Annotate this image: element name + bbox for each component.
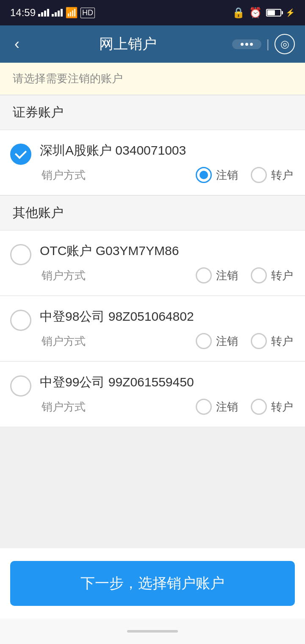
nav-divider: |: [266, 37, 269, 51]
method-transfer-sz-a[interactable]: 转户: [251, 167, 293, 183]
bottom-nav: [0, 619, 305, 644]
account-row-otc: OTC账户 G03YM7YM86 销户方式 注销 转户: [0, 230, 305, 295]
account-name-zhongdeng98: 中登98公司 98Z051064802: [40, 308, 295, 325]
method-transfer-zhongdeng98[interactable]: 转户: [251, 333, 293, 349]
warning-text: 请选择需要注销的账户: [13, 72, 123, 85]
cancel-label-sz-a: 注销: [216, 168, 238, 183]
signal-bars-2: [52, 9, 63, 17]
status-left: 14:59 📶 HD: [10, 7, 95, 19]
method-row-otc: 销户方式 注销 转户: [40, 267, 295, 283]
signal-bars-1: [38, 9, 49, 17]
account-card-otc: OTC账户 G03YM7YM86 销户方式 注销 转户: [0, 230, 305, 296]
charge-icon: ⚡: [286, 8, 295, 17]
cancel-label-zhongdeng99: 注销: [216, 400, 238, 414]
menu-button[interactable]: [232, 39, 261, 49]
status-bar: 14:59 📶 HD 🔒 ⏰ ⚡: [0, 0, 305, 25]
cancel-label-otc: 注销: [216, 268, 238, 283]
select-otc[interactable]: [10, 244, 31, 265]
radio-cancel-zhongdeng99[interactable]: [196, 399, 212, 415]
method-cancel-sz-a[interactable]: 注销: [196, 167, 238, 183]
account-name-sz-a: 深圳A股账户 0340071003: [40, 142, 295, 158]
radio-cancel-otc[interactable]: [196, 267, 212, 283]
camera-button[interactable]: ◎: [274, 34, 295, 54]
status-right: 🔒 ⏰ ⚡: [232, 7, 295, 19]
time: 14:59: [10, 7, 36, 19]
account-info-otc: OTC账户 G03YM7YM86 销户方式 注销 转户: [40, 242, 295, 283]
method-options-sz-a: 注销 转户: [196, 167, 293, 183]
section-header-securities: 证券账户: [0, 95, 305, 130]
radio-zhongdeng99[interactable]: [10, 375, 31, 397]
radio-transfer-zhongdeng98[interactable]: [251, 333, 267, 349]
radio-transfer-zhongdeng99[interactable]: [251, 399, 267, 415]
method-label-otc: 销户方式: [42, 268, 97, 283]
transfer-label-zhongdeng99: 转户: [271, 400, 293, 414]
radio-otc[interactable]: [10, 244, 31, 265]
select-zhongdeng98[interactable]: [10, 310, 31, 331]
transfer-label-sz-a: 转户: [271, 168, 293, 183]
method-options-zhongdeng99: 注销 转户: [196, 399, 293, 415]
account-name-otc: OTC账户 G03YM7YM86: [40, 242, 295, 259]
radio-zhongdeng98[interactable]: [10, 310, 31, 331]
method-row-zhongdeng99: 销户方式 注销 转户: [40, 399, 295, 415]
method-label-sz-a: 销户方式: [42, 168, 97, 183]
select-zhongdeng99[interactable]: [10, 375, 31, 397]
camera-icon: ◎: [280, 38, 289, 50]
bottom-indicator: [127, 630, 178, 633]
section-label-securities: 证券账户: [13, 105, 64, 119]
method-cancel-zhongdeng99[interactable]: 注销: [196, 399, 238, 415]
method-cancel-otc[interactable]: 注销: [196, 267, 238, 283]
radio-sz-a[interactable]: [10, 144, 31, 165]
method-cancel-zhongdeng98[interactable]: 注销: [196, 333, 238, 349]
account-card-zhongdeng99: 中登99公司 99Z061559450 销户方式 注销 转户: [0, 362, 305, 427]
account-info-zhongdeng99: 中登99公司 99Z061559450 销户方式 注销 转户: [40, 374, 295, 415]
account-row-sz-a: 深圳A股账户 0340071003 销户方式 注销 转户: [0, 130, 305, 195]
section-header-other: 其他账户: [0, 195, 305, 230]
method-row-zhongdeng98: 销户方式 注销 转户: [40, 333, 295, 349]
section-label-other: 其他账户: [13, 205, 64, 219]
account-info-zhongdeng98: 中登98公司 98Z051064802 销户方式 注销 转户: [40, 308, 295, 349]
method-transfer-otc[interactable]: 转户: [251, 267, 293, 283]
account-name-zhongdeng99: 中登99公司 99Z061559450: [40, 374, 295, 390]
cancel-label-zhongdeng98: 注销: [216, 334, 238, 349]
spacer: [0, 427, 305, 512]
warning-banner: 请选择需要注销的账户: [0, 63, 305, 95]
method-options-otc: 注销 转户: [196, 267, 293, 283]
nav-bar: ‹ 网上销户 | ◎: [0, 25, 305, 63]
method-row-sz-a: 销户方式 注销 转户: [40, 167, 295, 183]
account-card-zhongdeng98: 中登98公司 98Z051064802 销户方式 注销 转户: [0, 296, 305, 361]
radio-transfer-otc[interactable]: [251, 267, 267, 283]
account-row-zhongdeng98: 中登98公司 98Z051064802 销户方式 注销 转户: [0, 296, 305, 361]
method-transfer-zhongdeng99[interactable]: 转户: [251, 399, 293, 415]
method-options-zhongdeng98: 注销 转户: [196, 333, 293, 349]
hd-icon: HD: [80, 8, 95, 18]
transfer-label-zhongdeng98: 转户: [271, 334, 293, 349]
method-label-zhongdeng98: 销户方式: [42, 334, 97, 349]
back-button[interactable]: ‹: [10, 31, 24, 57]
radio-transfer-sz-a[interactable]: [251, 167, 267, 183]
radio-cancel-zhongdeng98[interactable]: [196, 333, 212, 349]
method-label-zhongdeng99: 销户方式: [42, 400, 97, 414]
radio-cancel-sz-a[interactable]: [196, 167, 212, 183]
transfer-label-otc: 转户: [271, 268, 293, 283]
bottom-btn-area: 下一步，选择销户账户: [0, 548, 305, 619]
wifi-icon: 📶: [65, 7, 78, 19]
account-info-sz-a: 深圳A股账户 0340071003 销户方式 注销 转户: [40, 142, 295, 183]
battery-icon: [266, 9, 281, 17]
nav-right-actions: | ◎: [232, 34, 295, 54]
select-sz-a[interactable]: [10, 144, 31, 165]
alarm-icon: ⏰: [249, 7, 262, 19]
next-button[interactable]: 下一步，选择销户账户: [10, 561, 295, 606]
account-card-sz-a: 深圳A股账户 0340071003 销户方式 注销 转户: [0, 130, 305, 195]
lock-icon: 🔒: [232, 7, 245, 19]
page-title: 网上销户: [99, 34, 157, 54]
account-row-zhongdeng99: 中登99公司 99Z061559450 销户方式 注销 转户: [0, 362, 305, 427]
